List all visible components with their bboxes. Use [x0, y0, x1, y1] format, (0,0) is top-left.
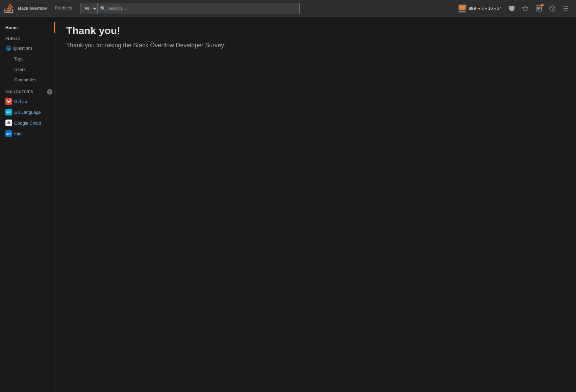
notification-dot: [541, 4, 544, 6]
gitlab-logo: [5, 98, 12, 105]
svg-point-15: [9, 111, 10, 113]
reputation-score: 699: [469, 6, 476, 11]
inbox-button[interactable]: [506, 2, 518, 15]
bronze-dot: ●: [494, 6, 496, 11]
review-queues-button[interactable]: [533, 2, 545, 15]
sidebar-public-section: PUBLIC: [0, 33, 55, 42]
sidebar-item-questions[interactable]: 🌐 Questions: [0, 42, 55, 54]
help-button[interactable]: [546, 2, 558, 15]
stackoverflow-logo-icon: [4, 2, 15, 15]
sidebar-item-google-cloud[interactable]: Google Cloud: [0, 117, 55, 128]
search-area: All 🔍: [80, 3, 300, 14]
logo-text: stack overflow: [18, 6, 47, 11]
search-input-wrapper: 🔍: [97, 3, 300, 14]
products-nav-link[interactable]: Products: [52, 4, 75, 13]
achievements-button[interactable]: [519, 2, 531, 15]
go-language-logo: [5, 109, 12, 115]
page-subtitle: Thank you for taking the Stack Overflow …: [66, 42, 565, 49]
collectives-info-icon[interactable]: i: [47, 89, 52, 95]
sidebar-item-intel[interactable]: nnn Intel: [0, 128, 55, 139]
logo-link[interactable]: stack overflow: [4, 2, 47, 15]
svg-rect-2: [459, 9, 465, 10]
search-input[interactable]: [97, 3, 300, 14]
silver-count: 10: [488, 6, 493, 11]
svg-point-10: [552, 10, 553, 10]
svg-rect-1: [459, 5, 466, 9]
sidebar-item-home[interactable]: Home: [0, 22, 55, 33]
bronze-count: 24: [497, 6, 502, 11]
search-icon: 🔍: [100, 6, 106, 11]
gold-dot: ●: [478, 6, 480, 11]
svg-rect-3: [459, 11, 465, 11]
search-filter-dropdown[interactable]: All: [80, 3, 97, 14]
sidebar-item-gitlab[interactable]: GitLab: [0, 96, 55, 107]
collectives-title: COLLECTIVES: [5, 90, 33, 94]
page-layout: Home PUBLIC 🌐 Questions Tags Users Compa…: [0, 17, 576, 392]
hamburger-menu-button[interactable]: [560, 2, 572, 15]
sidebar-item-companies[interactable]: Companies: [0, 75, 55, 85]
sidebar-item-tags[interactable]: Tags: [0, 54, 55, 64]
collectives-section-header: COLLECTIVES i: [0, 85, 55, 96]
intel-logo: nnn: [5, 130, 12, 137]
sidebar-item-go-language[interactable]: Go Language: [0, 107, 55, 117]
avatar: [458, 4, 467, 13]
google-cloud-logo: [5, 120, 12, 126]
gold-count: 3: [481, 6, 484, 11]
page-title: Thank you!: [66, 25, 565, 36]
main-content: Thank you! Thank you for taking the Stac…: [55, 17, 576, 392]
sidebar-item-users[interactable]: Users: [0, 64, 55, 75]
svg-point-14: [7, 111, 8, 113]
silver-dot: ●: [485, 6, 487, 11]
user-reputation-badge[interactable]: 699 ● 3 ● 10 ● 24: [455, 3, 504, 14]
sidebar: Home PUBLIC 🌐 Questions Tags Users Compa…: [0, 17, 55, 392]
header-right-area: 699 ● 3 ● 10 ● 24: [455, 2, 572, 15]
main-header: stack overflow Products All 🔍 699 ●: [0, 0, 576, 17]
globe-icon: 🌐: [5, 45, 11, 51]
badge-counts: ● 3 ● 10 ● 24: [478, 6, 502, 11]
